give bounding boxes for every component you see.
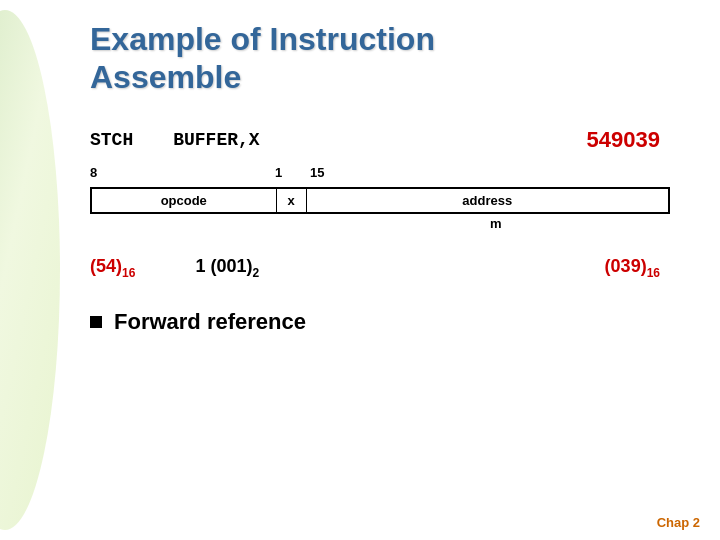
bit-labels-bottom: m xyxy=(90,216,690,236)
left-decoration xyxy=(0,0,60,540)
val-54: (54)16 xyxy=(90,256,135,280)
instruction-row: STCH BUFFER,X 549039 xyxy=(90,127,690,153)
bit-label-8: 8 xyxy=(90,165,97,180)
val-039: (039)16 xyxy=(605,256,660,280)
diagram-table: opcode x address xyxy=(90,187,670,214)
main-content: Example of Instruction Assemble STCH BUF… xyxy=(60,0,720,540)
bit-label-1: 1 xyxy=(275,165,282,180)
bullet-text: Forward reference xyxy=(114,309,306,335)
hex-result: 549039 xyxy=(587,127,660,153)
stch-label: STCH xyxy=(90,130,133,150)
bit-diagram: 8 1 15 opcode x address m xyxy=(90,165,690,236)
val-001: 1 (001)2 xyxy=(195,256,259,280)
td-x: x xyxy=(276,188,306,213)
values-row: (54)16 1 (001)2 (039)16 xyxy=(90,256,690,280)
svg-point-0 xyxy=(0,10,60,530)
bit-label-15: 15 xyxy=(310,165,324,180)
bit-labels-top: 8 1 15 xyxy=(90,165,690,185)
td-address: address xyxy=(306,188,669,213)
bit-label-m: m xyxy=(490,216,502,231)
bullet-row: Forward reference xyxy=(90,309,690,335)
td-opcode: opcode xyxy=(91,188,276,213)
buffer-label: BUFFER,X xyxy=(173,130,259,150)
bullet-square-icon xyxy=(90,316,102,328)
page-title: Example of Instruction Assemble xyxy=(90,20,690,97)
footer-text: Chap 2 xyxy=(657,515,700,530)
